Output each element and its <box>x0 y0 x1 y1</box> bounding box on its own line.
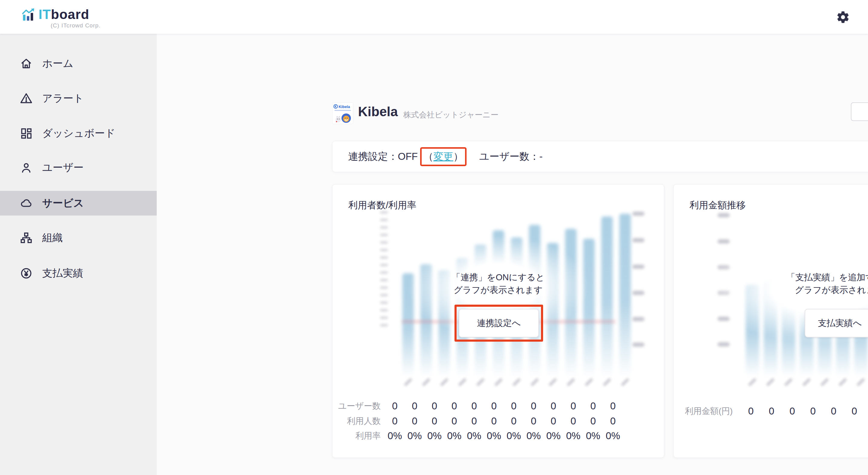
blurred-y-axis-tick <box>380 249 388 251</box>
table-cell: 0 <box>425 400 444 412</box>
table-cell: 0 <box>865 405 868 417</box>
table-cell: 0 <box>464 400 484 412</box>
sidebar-item-home[interactable]: ホーム <box>0 51 157 76</box>
blurred-x-axis-label <box>585 378 593 386</box>
row-label: 利用金額(円) <box>680 405 733 417</box>
table-cell: 0% <box>544 430 563 442</box>
blurred-y-axis-tick <box>380 241 388 244</box>
table-cell: 0% <box>504 430 524 442</box>
blurred-x-axis-label <box>422 378 431 386</box>
row-label: 利用率 <box>338 430 381 442</box>
usage-card-title: 利用者数/利用率 <box>348 199 416 212</box>
service-logo-kibela: Kibela <box>332 102 353 124</box>
blurred-y2-axis-label <box>632 238 644 242</box>
blurred-x-axis-label <box>820 378 829 386</box>
table-cell: 0 <box>563 400 583 412</box>
dashboard-icon <box>20 127 33 140</box>
table-cell: 0 <box>583 400 603 412</box>
blurred-x-axis-label <box>476 378 485 386</box>
alert-icon <box>20 92 33 105</box>
svg-text:Kibela: Kibela <box>338 105 350 109</box>
topbar: ITboard (C) ITcrowd Corp. <box>0 0 868 34</box>
change-link[interactable]: 変更 <box>433 150 453 164</box>
table-cell: 0 <box>385 400 405 412</box>
blurred-y2-axis-label <box>632 317 644 321</box>
usage-card: 利用者数/利用率 「連携」をONにすると グラフが表示されます 連携設定へ ユー… <box>332 184 664 458</box>
sidebar-item-users[interactable]: ユーザー <box>0 155 157 180</box>
blurred-x-axis-label <box>513 378 521 386</box>
table-row: 利用率 0%0%0%0%0%0%0%0%0%0%0%0% <box>338 428 623 443</box>
sidebar-item-services[interactable]: サービス <box>0 191 157 215</box>
table-cell: 0 <box>524 415 544 427</box>
service-company: 株式会社ビットジャーニー <box>403 109 498 120</box>
blurred-y-axis-tick <box>380 256 388 259</box>
link-setting-label: 連携設定：OFF <box>348 150 418 164</box>
table-cell: 0 <box>504 400 524 412</box>
blurred-x-axis-label <box>567 378 575 386</box>
sidebar-item-organization[interactable]: 組織 <box>0 226 157 250</box>
blurred-y-axis-tick <box>380 316 388 319</box>
blurred-y-axis-label <box>718 213 730 217</box>
table-cell: 0% <box>405 430 425 442</box>
sidebar-item-label: サービス <box>42 196 84 210</box>
sidebar-item-dashboard[interactable]: ダッシュボード <box>0 121 157 146</box>
amount-overlay-text: 「支払実績」を追加すると グラフが表示されます <box>674 271 868 296</box>
table-cell: 0 <box>504 415 524 427</box>
usage-overlay-text: 「連携」をONにすると グラフが表示されます <box>333 271 664 296</box>
paren-close: ） <box>453 150 463 164</box>
blurred-y-axis-tick <box>380 324 388 327</box>
table-cell: 0 <box>544 415 563 427</box>
blurred-y-axis-tick <box>380 218 388 221</box>
sidebar-item-payments[interactable]: 支払実績 <box>0 261 157 286</box>
sidebar-item-label: ホーム <box>42 57 73 70</box>
user-icon <box>20 161 33 174</box>
table-cell: 0 <box>603 400 623 412</box>
table-cell: 0 <box>782 405 803 417</box>
table-cell: 0 <box>385 415 405 427</box>
table-row: 利用人数 000000000000 <box>338 414 623 429</box>
blurred-x-axis-label <box>603 378 612 386</box>
table-cell: 0 <box>824 405 844 417</box>
annotation-box-change: （ 変更 ） <box>420 147 467 166</box>
table-cell: 0% <box>464 430 484 442</box>
table-cell: 0 <box>464 415 484 427</box>
row-label: 利用人数 <box>338 415 381 427</box>
table-cell: 0 <box>484 400 504 412</box>
link-setting-status-bar: 連携設定：OFF （ 変更 ） ユーザー数：- <box>332 141 868 172</box>
blurred-y-axis-tick <box>380 264 388 266</box>
itboard-logo-text: ITboard <box>38 8 89 21</box>
table-cell: 0 <box>583 415 603 427</box>
sidebar-item-alert[interactable]: アラート <box>0 86 157 111</box>
blurred-x-axis-label <box>440 378 449 386</box>
home-icon <box>20 57 33 70</box>
table-cell: 0% <box>603 430 623 442</box>
table-cell: 0% <box>444 430 464 442</box>
itboard-logo-icon <box>22 8 36 22</box>
sidebar-item-label: 支払実績 <box>42 266 83 280</box>
org-chart-icon <box>20 231 33 244</box>
sidebar-item-label: ダッシュボード <box>42 127 116 140</box>
table-row: 利用金額(円) 000000000000 <box>680 404 868 419</box>
stop-button[interactable]: 停止 <box>851 102 868 121</box>
service-title: Kibela <box>358 104 398 119</box>
table-cell: 0 <box>544 400 563 412</box>
table-cell: 0% <box>385 430 405 442</box>
link-setting-button[interactable]: 連携設定へ <box>459 309 539 337</box>
table-cell: 0% <box>425 430 444 442</box>
blurred-x-axis-label <box>549 378 557 386</box>
amount-card-title: 利用金額推移 <box>689 199 746 212</box>
table-cell: 0 <box>425 415 444 427</box>
table-cell: 0% <box>563 430 583 442</box>
app-root: ITboard (C) ITcrowd Corp. ホーム アラート <box>0 0 868 475</box>
blurred-x-axis-label <box>458 378 467 386</box>
table-cell: 0 <box>444 400 464 412</box>
itboard-logo[interactable]: ITboard <box>22 8 89 22</box>
payment-records-button[interactable]: 支払実績へ <box>805 309 868 337</box>
table-cell: 0 <box>405 415 425 427</box>
blurred-x-axis-label <box>748 378 757 386</box>
blurred-y2-axis-label <box>632 212 644 216</box>
settings-gear-icon[interactable] <box>836 10 850 24</box>
amount-card: 利用金額推移 「支払実績」を追加すると グラフが表示されます 支払実績へ 利用金… <box>673 184 868 458</box>
blurred-y-axis-tick <box>380 309 388 311</box>
blurred-x-axis-label <box>857 378 865 386</box>
